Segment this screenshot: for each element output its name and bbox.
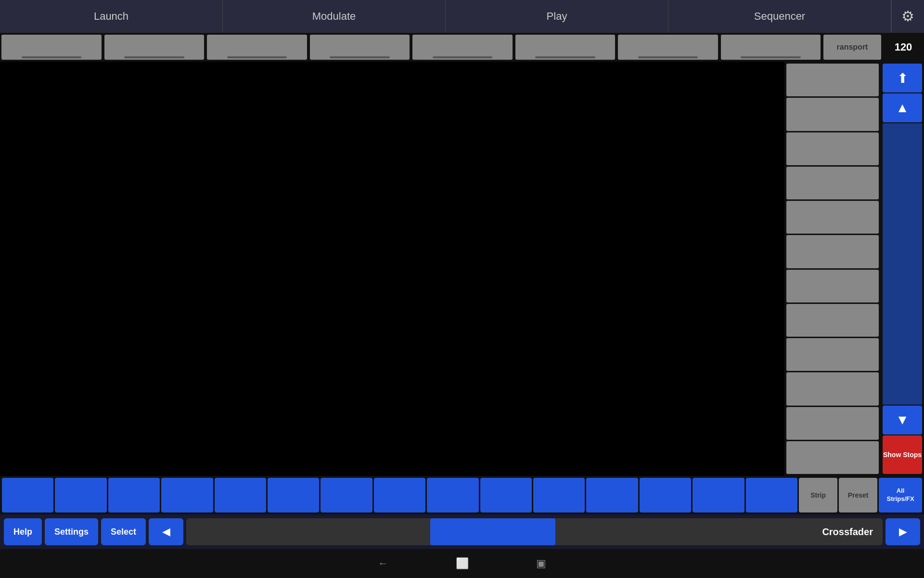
settings-action-label: Settings: [54, 527, 89, 537]
next-button[interactable]: ▶: [886, 518, 920, 545]
transport-cell-6[interactable]: [515, 35, 616, 60]
android-home-button[interactable]: ⬜: [451, 553, 473, 574]
tab-launch-label: Launch: [94, 10, 128, 23]
blue-btn-10[interactable]: [480, 478, 532, 512]
fader-track[interactable]: [883, 123, 922, 405]
strip-cell-3[interactable]: [786, 132, 879, 165]
blue-btn-3[interactable]: [108, 478, 160, 512]
blue-button-row: Strip Preset AllStrips/FX: [0, 476, 924, 514]
recent-apps-icon: ▣: [536, 557, 546, 570]
android-back-button[interactable]: ←: [372, 553, 394, 574]
strip-cell-12[interactable]: [786, 441, 879, 474]
scroll-up2-button[interactable]: ▲: [883, 93, 922, 122]
tab-launch[interactable]: Launch: [0, 0, 223, 32]
up-arrow-icon: ⬆: [897, 70, 908, 86]
main-area: ⬆ ▲ ▼ Show Stops: [0, 62, 924, 476]
transport-bar: ransport 120: [0, 33, 924, 62]
down-triangle-icon: ▼: [896, 412, 909, 428]
prev-button[interactable]: ◀: [149, 518, 183, 545]
transport-cell-2[interactable]: [104, 35, 205, 60]
transport-cell-5[interactable]: [412, 35, 513, 60]
strip-cell-5[interactable]: [786, 201, 879, 234]
select-label: Select: [111, 527, 136, 537]
help-label: Help: [13, 527, 32, 537]
scroll-down-button[interactable]: ▼: [883, 406, 922, 434]
blue-btn-9[interactable]: [427, 478, 478, 512]
preset-button[interactable]: Preset: [839, 478, 877, 512]
strip-cell-10[interactable]: [786, 372, 879, 405]
prev-arrow-icon: ◀: [162, 525, 170, 538]
settings-action-button[interactable]: Settings: [45, 518, 98, 545]
blue-btn-11[interactable]: [533, 478, 585, 512]
blue-btn-1[interactable]: [2, 478, 53, 512]
next-arrow-icon: ▶: [899, 525, 907, 538]
show-stops-label: Show Stops: [883, 451, 922, 459]
all-strips-label: AllStrips/FX: [887, 487, 914, 503]
strip-cell-7[interactable]: [786, 270, 879, 302]
blue-btn-14[interactable]: [693, 478, 744, 512]
android-nav-bar: ← ⬜ ▣: [0, 549, 924, 578]
tab-modulate[interactable]: Modulate: [223, 0, 446, 32]
back-arrow-icon: ←: [378, 557, 388, 570]
strip-label: Strip: [810, 491, 826, 499]
tab-play[interactable]: Play: [446, 0, 668, 32]
show-stops-button[interactable]: Show Stops: [883, 435, 922, 474]
blue-btn-15[interactable]: [746, 478, 797, 512]
action-bar: Help Settings Select ◀ Crossfader ▶: [0, 514, 924, 549]
strip-cell-9[interactable]: [786, 338, 879, 371]
blue-btn-8[interactable]: [374, 478, 425, 512]
transport-label: ransport: [823, 35, 881, 60]
blue-btn-7[interactable]: [321, 478, 372, 512]
blue-btn-2[interactable]: [55, 478, 106, 512]
strip-cell-1[interactable]: [786, 64, 879, 96]
center-area: [0, 62, 784, 476]
tab-modulate-label: Modulate: [312, 10, 356, 23]
android-recent-button[interactable]: ▣: [530, 553, 552, 574]
preset-label: Preset: [848, 491, 869, 499]
bpm-display: 120: [884, 35, 923, 60]
strip-cell-11[interactable]: [786, 407, 879, 440]
right-strip-panel: [784, 62, 881, 476]
strip-cell-6[interactable]: [786, 235, 879, 268]
blue-btn-12[interactable]: [586, 478, 638, 512]
strip-button[interactable]: Strip: [799, 478, 837, 512]
crossfader-label: Crossfader: [822, 526, 873, 538]
tab-play-label: Play: [547, 10, 567, 23]
transport-cell-3[interactable]: [207, 35, 307, 60]
help-button[interactable]: Help: [4, 518, 42, 545]
top-nav: Launch Modulate Play Sequencer ⚙: [0, 0, 924, 33]
tab-sequencer[interactable]: Sequencer: [668, 0, 891, 32]
crossfader-control[interactable]: Crossfader: [186, 518, 883, 545]
blue-btn-4[interactable]: [161, 478, 213, 512]
strip-cell-2[interactable]: [786, 98, 879, 131]
up-triangle-icon: ▲: [896, 100, 909, 116]
scroll-up-arrow-button[interactable]: ⬆: [883, 64, 922, 92]
tab-sequencer-label: Sequencer: [754, 10, 805, 23]
transport-cell-8[interactable]: [721, 35, 821, 60]
all-strips-fx-button[interactable]: AllStrips/FX: [879, 478, 922, 512]
gear-icon: ⚙: [901, 8, 914, 25]
strip-cells-container: [784, 62, 881, 476]
blue-btn-6[interactable]: [268, 478, 319, 512]
transport-cell-4[interactable]: [310, 35, 410, 60]
blue-btn-5[interactable]: [215, 478, 266, 512]
crossfader-handle[interactable]: [430, 518, 555, 545]
home-icon: ⬜: [456, 557, 469, 570]
far-right-panel: ⬆ ▲ ▼ Show Stops: [881, 62, 924, 476]
transport-cell-1[interactable]: [1, 35, 102, 60]
blue-btn-13[interactable]: [640, 478, 691, 512]
strip-cell-8[interactable]: [786, 304, 879, 337]
strip-cell-4[interactable]: [786, 167, 879, 199]
settings-button[interactable]: ⚙: [891, 0, 924, 32]
select-button[interactable]: Select: [101, 518, 146, 545]
transport-cell-7[interactable]: [618, 35, 718, 60]
